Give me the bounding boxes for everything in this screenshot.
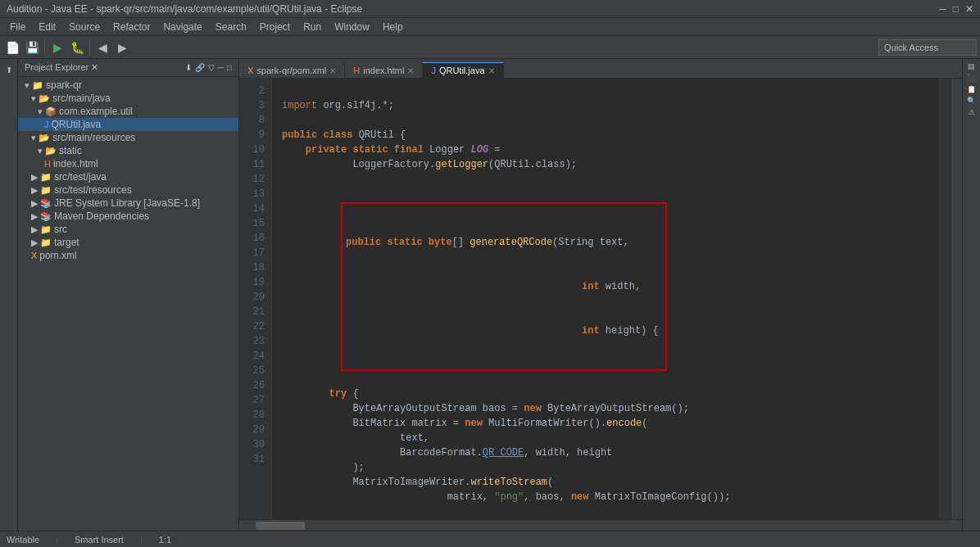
- tab-index-html[interactable]: H index.html ✕: [345, 63, 423, 78]
- tab-close-java[interactable]: ✕: [488, 66, 495, 75]
- problems-icon[interactable]: ⚠: [969, 108, 975, 116]
- code-line-10: private static final Logger LOG =: [282, 142, 929, 157]
- status-bar: Writable | Smart Insert | 1:1: [0, 531, 980, 547]
- search-results-icon[interactable]: 🔍: [967, 97, 976, 105]
- tab-close-html[interactable]: ✕: [407, 66, 414, 75]
- code-line-12: [282, 172, 929, 187]
- minimize-button[interactable]: ─: [939, 3, 946, 15]
- code-line-23: matrix, "png", baos, new MatrixToImageCo…: [282, 490, 929, 504]
- menu-project[interactable]: Project: [253, 20, 297, 34]
- minimize-view-button[interactable]: ─: [218, 63, 224, 72]
- tree-item-static[interactable]: ▾ 📂 static: [18, 144, 238, 157]
- status-position: 1:1: [159, 535, 171, 545]
- java-file-icon: J: [44, 120, 49, 129]
- run-button[interactable]: ▶: [48, 38, 66, 57]
- xml-file-icon: X: [31, 251, 37, 260]
- expand-icon: ▶: [31, 237, 38, 248]
- debug-button[interactable]: 🐛: [68, 38, 86, 57]
- tree-item-com-example-util[interactable]: ▾ 📦 com.example.util: [18, 105, 238, 118]
- expand-icon: ▶: [31, 172, 38, 183]
- tree-item-maven[interactable]: ▶ 📚 Maven Dependencies: [18, 210, 238, 223]
- window-title: Audition - Java EE - spark-qr/src/main/j…: [7, 3, 362, 15]
- folder-icon: 📁: [40, 185, 52, 196]
- code-line-24: [282, 504, 929, 519]
- code-line-2: [282, 84, 929, 98]
- scroll-thumb[interactable]: [256, 522, 305, 530]
- maximize-button[interactable]: □: [953, 3, 959, 15]
- explorer-tree: ▾ 📁 spark-qr ▾ 📂 src/main/java ▾ 📦 com.e…: [18, 77, 238, 531]
- package-icon: 📦: [45, 106, 57, 117]
- menu-bar: File Edit Source Refactor Navigate Searc…: [0, 18, 980, 36]
- tree-label: src/test/java: [54, 171, 107, 183]
- menu-run[interactable]: Run: [297, 20, 328, 34]
- lib-icon: 📚: [40, 211, 52, 222]
- main-area: ⬆ Project Explorer ✕ ⬇ 🔗 ▽ ─ □ ▾ 📁 spark…: [0, 59, 980, 531]
- code-line-11: LoggerFactory.getLogger(QRUtil.class);: [282, 157, 929, 172]
- menu-refactor[interactable]: Refactor: [107, 20, 157, 34]
- editor-minimap: [939, 79, 951, 519]
- menu-window[interactable]: Window: [328, 20, 376, 34]
- folder-icon: 📁: [40, 237, 52, 248]
- folder-icon: 📂: [39, 93, 50, 104]
- expand-icon: ▾: [31, 93, 36, 104]
- restore-icon[interactable]: ⬆: [2, 62, 16, 77]
- link-editor-button[interactable]: 🔗: [195, 63, 205, 72]
- tree-label: src: [54, 224, 67, 235]
- tabs-bar: X spark-qr/pom.xml ✕ H index.html ✕ J QR…: [239, 59, 962, 79]
- tasks-icon[interactable]: ▤: [968, 62, 975, 70]
- folder-icon: 📂: [45, 146, 57, 156]
- tree-label: index.html: [53, 158, 98, 170]
- code-line-8: [282, 113, 929, 128]
- outline-icon[interactable]: 📋: [967, 85, 976, 93]
- menu-search[interactable]: Search: [209, 20, 253, 34]
- menu-file[interactable]: File: [3, 20, 32, 34]
- tab-label: index.html: [363, 66, 404, 75]
- quick-access-box[interactable]: Quick Access: [878, 39, 977, 56]
- expand-icon: ▾: [25, 80, 29, 91]
- expand-icon: ▾: [38, 106, 43, 117]
- editor-content[interactable]: 2 3 8 9 10 11 12 13 14 15 16 17 18 19 20…: [239, 79, 962, 519]
- menu-edit[interactable]: Edit: [32, 20, 62, 34]
- tree-item-index-html[interactable]: H index.html: [18, 157, 238, 170]
- left-sidebar-icons: ⬆: [0, 59, 18, 531]
- new-button[interactable]: 📄: [3, 38, 21, 57]
- forward-button[interactable]: ▶: [113, 38, 131, 57]
- expand-icon: ▶: [31, 198, 38, 209]
- explorer-title: Project Explorer ✕: [25, 62, 98, 73]
- tab-pom-xml[interactable]: X spark-qr/pom.xml ✕: [239, 63, 345, 78]
- quick-access-label: Quick Access: [884, 43, 938, 52]
- tree-item-src-main-resources[interactable]: ▾ 📂 src/main/resources: [18, 131, 238, 144]
- tree-item-spark-qr[interactable]: ▾ 📁 spark-qr: [18, 79, 238, 92]
- tab-icon: H: [353, 66, 360, 75]
- menu-navigate[interactable]: Navigate: [157, 20, 208, 34]
- tree-item-qrutil-java[interactable]: J QRUtil.java: [18, 118, 238, 131]
- maximize-view-button[interactable]: □: [227, 63, 232, 72]
- tree-item-src-test-resources[interactable]: ▶ 📁 src/test/resources: [18, 183, 238, 197]
- tree-item-src[interactable]: ▶ 📁 src: [18, 223, 238, 236]
- close-button[interactable]: ✕: [965, 3, 973, 15]
- tab-label: spark-qr/pom.xml: [256, 66, 326, 75]
- console-icon[interactable]: ⬛: [967, 74, 976, 82]
- tree-item-target[interactable]: ▶ 📁 target: [18, 236, 238, 249]
- bottom-scrollbar[interactable]: [239, 519, 962, 531]
- collapse-all-button[interactable]: ⬇: [185, 63, 192, 72]
- tab-close-pom[interactable]: ✕: [329, 66, 336, 75]
- tree-item-src-test-java[interactable]: ▶ 📁 src/test/java: [18, 170, 238, 183]
- tree-item-pom-xml[interactable]: X pom.xml: [18, 249, 238, 262]
- code-line-22: MatrixToImageWriter.writeToStream(: [282, 475, 929, 490]
- tree-label: static: [59, 145, 82, 156]
- explorer-menu-button[interactable]: ▽: [208, 63, 215, 72]
- menu-source[interactable]: Source: [62, 20, 107, 34]
- editor-scrollbar[interactable]: [951, 79, 962, 519]
- project-explorer-panel: Project Explorer ✕ ⬇ 🔗 ▽ ─ □ ▾ 📁 spark-q…: [18, 59, 239, 531]
- menu-help[interactable]: Help: [376, 20, 410, 34]
- tree-item-src-main-java[interactable]: ▾ 📂 src/main/java: [18, 92, 238, 105]
- code-area[interactable]: import org.slf4j.*; public class QRUtil …: [272, 79, 939, 519]
- tab-qrutil-java[interactable]: J QRUtil.java ✕: [423, 62, 503, 78]
- explorer-header-buttons: ⬇ 🔗 ▽ ─ □: [185, 63, 232, 72]
- back-button[interactable]: ◀: [93, 38, 111, 57]
- save-button[interactable]: 💾: [23, 38, 41, 57]
- tree-item-jre[interactable]: ▶ 📚 JRE System Library [JavaSE-1.8]: [18, 197, 238, 210]
- code-line-9: public class QRUtil {: [282, 128, 929, 142]
- expand-icon: ▶: [31, 211, 38, 222]
